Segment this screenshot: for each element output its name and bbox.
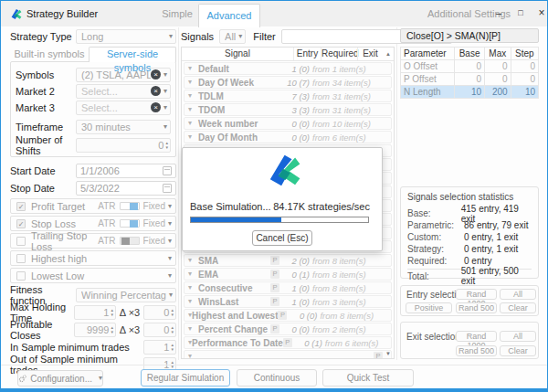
clear-icon[interactable]: × — [151, 102, 161, 112]
column-entry[interactable]: Entry — [293, 48, 321, 60]
list-item[interactable]: ▾ConsecutiveP1 (0)from 8 item(s) — [184, 281, 392, 294]
chevron-down-icon[interactable]: ▾ — [188, 106, 198, 113]
max-holding-time-stepper[interactable]: 1 ▴▾ — [74, 305, 116, 320]
checkbox-checked-icon[interactable]: ✓ — [16, 219, 26, 228]
chevron-down-icon[interactable]: ▾ — [188, 257, 198, 264]
cancel-button[interactable]: Cancel (Esc) — [252, 230, 312, 246]
quick-test-button[interactable]: Quick Test — [322, 369, 414, 387]
chevron-down-icon[interactable]: ▾ — [188, 92, 198, 100]
spinner-arrows-icon[interactable]: ▴▾ — [111, 308, 113, 317]
spinner-arrows-icon[interactable]: ▴▾ — [111, 325, 113, 334]
profit-target-row[interactable]: ✓ Profit Target ATR Fixed ▾ — [10, 198, 176, 214]
configuration-button[interactable]: Configuration... ▾ — [17, 370, 103, 387]
spinner-arrows-icon[interactable]: ▴▾ — [171, 325, 174, 334]
chevron-down-icon[interactable]: ▾ — [188, 284, 198, 291]
checkbox-icon[interactable] — [16, 254, 26, 263]
scroll-up-icon[interactable]: ▲ — [383, 48, 394, 60]
chevron-down-icon[interactable]: ▾ — [188, 133, 198, 141]
highest-high-row[interactable]: Highest high ▾ — [10, 250, 176, 266]
stop-date-field[interactable]: 5/3/2022 — [76, 181, 176, 196]
list-item[interactable]: ▾TDOM3 (3)from 31 item(s) — [184, 103, 392, 116]
clear-icon[interactable]: × — [151, 69, 161, 79]
spinner-arrows-icon[interactable]: ▴▾ — [165, 141, 168, 150]
list-item[interactable]: ▾Week number0 (0)from 10 item(s) — [184, 117, 392, 130]
trailing-stop-loss-row[interactable]: Trailing Stop Loss ATR Fixed ▾ — [10, 233, 176, 249]
entry-rand-500-button[interactable]: Rand 500 — [456, 302, 497, 313]
minimize-icon[interactable]: – — [490, 5, 507, 22]
exit-all-button[interactable]: All — [500, 331, 536, 342]
list-item[interactable]: ▾WinsLastP1 (0)from 3 item(s) — [184, 295, 392, 308]
table-row[interactable]: O Offset 0 0 0 — [401, 60, 539, 73]
timeframe-select[interactable]: 30 minutes▾ — [76, 120, 171, 134]
market2-select[interactable]: Select... × ▾ — [76, 84, 171, 99]
close-icon[interactable]: × — [533, 5, 548, 22]
list-item[interactable]: ▾Performance To DateP0 (1)from 6 item(s) — [184, 336, 392, 349]
spinner-arrows-icon[interactable]: ▴▾ — [171, 308, 174, 317]
atr-fixed-toggle[interactable] — [120, 219, 140, 228]
list-item[interactable]: ▾Default1 (0)from 1 item(s) — [184, 62, 392, 75]
table-row-selected[interactable]: N Length 10 200 10 — [401, 86, 539, 99]
exit-clear-button[interactable]: Clear — [500, 345, 536, 356]
spinner-arrows-icon[interactable]: ▴▾ — [171, 343, 174, 352]
maximize-icon[interactable]: □ — [512, 5, 529, 22]
list-item[interactable]: ▾Percent ChangeP0 (0)from 2 item(s) — [184, 323, 392, 335]
list-item[interactable]: ▾TDLM7 (3)from 31 item(s) — [184, 90, 392, 102]
scroll-down-icon[interactable]: ▼ — [385, 351, 391, 356]
regular-simulation-button[interactable]: Regular Simulation — [141, 369, 230, 387]
atr-fixed-toggle[interactable] — [120, 202, 140, 210]
chevron-down-icon[interactable]: ▾ — [168, 255, 172, 262]
chevron-down-icon[interactable]: ▾ — [188, 298, 198, 305]
chevron-down-icon[interactable]: ▾ — [188, 270, 198, 278]
checkbox-icon[interactable] — [16, 271, 26, 281]
exit-rand-1000-button[interactable]: Rand 1000 — [456, 331, 497, 342]
table-row[interactable]: P Offset 0 0 0 — [401, 73, 539, 86]
chevron-down-icon[interactable]: ▾ — [188, 120, 198, 127]
start-date-field[interactable]: 1/1/2006 — [76, 164, 176, 178]
clear-icon[interactable]: × — [151, 86, 161, 96]
exit-rand-500-button[interactable]: Rand 500 — [456, 345, 497, 356]
column-signal[interactable]: Signal — [182, 48, 293, 60]
chevron-down-icon[interactable]: ▾ — [168, 203, 172, 210]
calendar-icon[interactable] — [163, 166, 172, 175]
max-holding-delta-stepper[interactable]: 0 ▴▾ — [143, 305, 176, 320]
chevron-down-icon[interactable]: ▾ — [188, 79, 198, 86]
entry-positive-button[interactable]: Positive — [406, 302, 452, 313]
checkbox-icon[interactable] — [16, 237, 26, 246]
profitable-closes-delta-stepper[interactable]: 0 ▴▾ — [143, 323, 176, 337]
fitness-function-select[interactable]: Winning Percentage▾ — [76, 288, 176, 302]
checkbox-checked-icon[interactable]: ✓ — [16, 202, 26, 211]
tab-built-in-symbols[interactable]: Built-in symbols — [10, 47, 89, 61]
number-of-shifts-stepper[interactable]: 0 ▴▾ — [76, 138, 171, 153]
lowest-low-row[interactable]: Lowest Low ▾ — [10, 268, 176, 283]
entry-rand-1000-button[interactable]: Rand 1000 — [456, 289, 497, 300]
profitable-closes-stepper[interactable]: 9999 ▴▾ — [74, 323, 116, 337]
list-item[interactable]: ▾SMAP2 (0)from 8 item(s) — [184, 254, 392, 267]
tab-simple[interactable]: Simple — [156, 8, 198, 19]
chevron-down-icon[interactable]: ▾ — [168, 272, 172, 280]
tab-server-side-symbols[interactable]: Server-side symbols — [89, 47, 176, 62]
list-item[interactable]: ▾P — [184, 350, 392, 359]
chevron-down-icon[interactable]: ▾ — [168, 238, 172, 245]
list-item[interactable]: ▾Highest and LowestP0 (0)from 8 item(s) — [184, 309, 392, 322]
signals-scope-select[interactable]: All▾ — [219, 29, 246, 44]
list-item[interactable]: ▾Day Of Week10 (7)from 34 item(s) — [184, 76, 392, 89]
in-sample-min-trades-stepper[interactable]: 1 ▴▾ — [143, 340, 176, 355]
continuous-simulation-button[interactable]: Continuous Simulation — [237, 369, 317, 387]
atr-fixed-toggle[interactable] — [120, 237, 140, 245]
chevron-down-icon[interactable]: ▾ — [188, 325, 198, 333]
column-exit[interactable]: Exit — [357, 48, 383, 60]
entry-clear-button[interactable]: Clear — [500, 302, 536, 313]
tab-advanced[interactable]: Advanced — [198, 4, 260, 27]
stop-loss-row[interactable]: ✓ Stop Loss ATR Fixed ▾ — [10, 216, 176, 231]
strategy-type-select[interactable]: Long▾ — [76, 29, 176, 44]
entry-all-button[interactable]: All — [500, 289, 536, 300]
list-item[interactable]: ▾EMAP0 (1)from 8 item(s) — [184, 268, 392, 281]
calendar-icon[interactable] — [163, 184, 172, 193]
market3-select[interactable]: Select... × ▾ — [76, 101, 171, 115]
signal-formula[interactable]: Close[O] > SMA(N)[P] — [400, 28, 539, 43]
column-required[interactable]: Required — [321, 48, 357, 60]
chevron-down-icon[interactable]: ▾ — [168, 220, 172, 228]
chevron-down-icon[interactable]: ▾ — [188, 65, 198, 72]
list-item[interactable]: ▾Day Of Month0 (0)from 6 item(s) — [184, 131, 392, 143]
chevron-down-icon[interactable]: ▾ — [188, 353, 198, 359]
